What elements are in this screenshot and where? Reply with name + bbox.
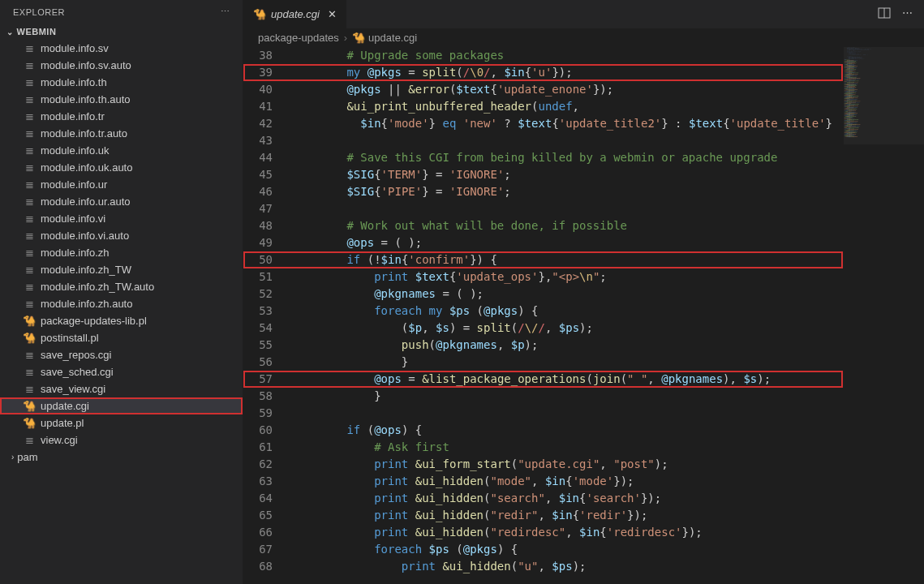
file-item-module-info-th[interactable]: ≣module.info.th [0, 74, 243, 91]
code-line[interactable]: 57 @ops = &list_package_operations(join(… [243, 371, 843, 388]
code-line[interactable]: 60 if (@ops) { [243, 422, 843, 439]
file-item-module-info-ur[interactable]: ≣module.info.ur [0, 176, 243, 193]
file-item-module-info-tr[interactable]: ≣module.info.tr [0, 108, 243, 125]
file-label: module.info.zh_TW [41, 264, 131, 276]
breadcrumb[interactable]: package-updates › 🐪 update.cgi [243, 28, 924, 47]
perl-icon: 🐪 [23, 417, 36, 429]
code-line[interactable]: 65 print &ui_hidden("redir", $in{'redir'… [243, 507, 843, 524]
file-item-module-info-th-auto[interactable]: ≣module.info.th.auto [0, 91, 243, 108]
file-item-module-info-sv-auto[interactable]: ≣module.info.sv.auto [0, 57, 243, 74]
file-item-module-info-tr-auto[interactable]: ≣module.info.tr.auto [0, 125, 243, 142]
code-line[interactable]: 49 @ops = ( ); [243, 234, 843, 251]
more-icon[interactable]: ⋯ [902, 6, 913, 22]
file-item-module-info-vi[interactable]: ≣module.info.vi [0, 210, 243, 227]
split-editor-icon[interactable] [878, 6, 891, 22]
code-line[interactable]: 42 $in{'mode'} eq 'new' ? $text{'update_… [243, 115, 843, 132]
file-item-save_repos-cgi[interactable]: ≣save_repos.cgi [0, 346, 243, 363]
perl-icon: 🐪 [23, 400, 36, 412]
code-editor[interactable]: 38 # Upgrade some packages39 my @pkgs = … [243, 47, 843, 584]
folder-item-pam[interactable]: ›pam [0, 449, 243, 466]
code-line[interactable]: 68 print &ui_hidden("u", $ps); [243, 558, 843, 575]
file-tree[interactable]: ≣module.info.sv≣module.info.sv.auto≣modu… [0, 40, 243, 584]
file-item-module-info-uk-auto[interactable]: ≣module.info.uk.auto [0, 159, 243, 176]
line-number: 59 [243, 405, 292, 422]
code-line[interactable]: 52 @pkgnames = ( ); [243, 286, 843, 303]
code-line[interactable]: 40 @pkgs || &error($text{'update_enone'}… [243, 81, 843, 98]
line-number: 52 [243, 286, 292, 303]
file-label: module.info.ur [41, 178, 107, 191]
file-label: update.cgi [41, 400, 89, 412]
code-line[interactable]: 50 if (!$in{'confirm'}) { [243, 251, 843, 268]
code-content: foreach my $ps (@pkgs) { [292, 303, 843, 320]
text-file-icon: ≣ [23, 59, 36, 71]
code-line[interactable]: 55 push(@pkgnames, $p); [243, 337, 843, 354]
explorer-sidebar: EXPLORER ⋯ ⌄ WEBMIN ≣module.info.sv≣modu… [0, 0, 243, 584]
file-item-module-info-uk[interactable]: ≣module.info.uk [0, 142, 243, 159]
line-number: 40 [243, 81, 292, 98]
file-label: module.info.uk [41, 144, 110, 157]
code-line[interactable]: 46 $SIG{'PIPE'} = 'IGNORE'; [243, 183, 843, 200]
file-item-module-info-vi-auto[interactable]: ≣module.info.vi.auto [0, 227, 243, 244]
file-item-module-info-zh_TW-auto[interactable]: ≣module.info.zh_TW.auto [0, 278, 243, 295]
file-item-update-cgi[interactable]: 🐪update.cgi [0, 397, 243, 414]
code-line[interactable]: 63 print &ui_hidden("mode", $in{'mode'})… [243, 473, 843, 490]
file-item-module-info-zh-auto[interactable]: ≣module.info.zh.auto [0, 295, 243, 312]
workspace-folder[interactable]: ⌄ WEBMIN [0, 24, 243, 40]
code-content: my @pkgs = split(/\0/, $in{'u'}); [292, 64, 843, 81]
breadcrumb-file[interactable]: update.cgi [368, 32, 417, 44]
file-item-save_view-cgi[interactable]: ≣save_view.cgi [0, 380, 243, 397]
code-line[interactable]: 44 # Save this CGI from being killed by … [243, 149, 843, 166]
text-file-icon: ≣ [23, 264, 36, 276]
code-line[interactable]: 56 } [243, 354, 843, 371]
file-item-module-info-zh[interactable]: ≣module.info.zh [0, 244, 243, 261]
file-label: module.info.tr [41, 110, 105, 122]
file-item-view-cgi[interactable]: ≣view.cgi [0, 432, 243, 449]
code-line[interactable]: 38 # Upgrade some packages [243, 47, 843, 64]
file-label: module.info.zh_TW.auto [41, 281, 154, 293]
code-line[interactable]: 62 print &ui_form_start("update.cgi", "p… [243, 456, 843, 473]
file-item-module-info-ur-auto[interactable]: ≣module.info.ur.auto [0, 193, 243, 210]
code-line[interactable]: 39 my @pkgs = split(/\0/, $in{'u'}); [243, 64, 843, 81]
code-content: @pkgs || &error($text{'update_enone'}); [292, 81, 843, 98]
code-line[interactable]: 61 # Ask first [243, 439, 843, 456]
code-line[interactable]: 45 $SIG{'TERM'} = 'IGNORE'; [243, 166, 843, 183]
file-item-module-info-sv[interactable]: ≣module.info.sv [0, 40, 243, 57]
file-label: module.info.vi [41, 213, 105, 225]
text-file-icon: ≣ [23, 383, 36, 395]
code-line[interactable]: 66 print &ui_hidden("redirdesc", $in{'re… [243, 524, 843, 541]
code-content: &ui_print_unbuffered_header(undef, [292, 98, 843, 115]
code-line[interactable]: 48 # Work out what will be done, if poss… [243, 217, 843, 234]
breadcrumb-parent[interactable]: package-updates [258, 32, 339, 44]
code-content: # Ask first [292, 439, 843, 456]
code-line[interactable]: 51 print $text{'update_ops'},"<p>\n"; [243, 268, 843, 286]
close-icon[interactable]: ✕ [328, 8, 337, 20]
editor-main: 🐪 update.cgi ✕ ⋯ package-updates › 🐪 upd… [243, 0, 924, 584]
text-file-icon: ≣ [23, 366, 36, 378]
tab-update-cgi[interactable]: 🐪 update.cgi ✕ [243, 0, 347, 28]
code-content [292, 200, 843, 217]
file-item-update-pl[interactable]: 🐪update.pl [0, 414, 243, 432]
code-content: print &ui_hidden("search", $in{'search'}… [292, 490, 843, 507]
code-line[interactable]: 41 &ui_print_unbuffered_header(undef, [243, 98, 843, 115]
code-line[interactable]: 47 [243, 200, 843, 217]
code-content: # Upgrade some packages [292, 47, 843, 64]
line-number: 38 [243, 47, 292, 64]
folder-label: pam [17, 451, 37, 463]
code-line[interactable]: 58 } [243, 388, 843, 405]
code-line[interactable]: 67 foreach $ps (@pkgs) { [243, 541, 843, 558]
code-line[interactable]: 54 ($p, $s) = split(/\//, $ps); [243, 320, 843, 337]
code-line[interactable]: 59 [243, 405, 843, 422]
perl-icon: 🐪 [352, 32, 365, 44]
file-item-postinstall-pl[interactable]: 🐪postinstall.pl [0, 329, 243, 346]
file-item-package-updates-lib-pl[interactable]: 🐪package-updates-lib.pl [0, 312, 243, 329]
file-label: module.info.uk.auto [41, 161, 132, 174]
explorer-more-icon[interactable]: ⋯ [221, 6, 230, 17]
code-line[interactable]: 43 [243, 132, 843, 149]
minimap[interactable]: # Upgrade some packages my @pkgs = split… [843, 47, 924, 584]
file-item-module-info-zh_TW[interactable]: ≣module.info.zh_TW [0, 261, 243, 278]
text-file-icon: ≣ [23, 178, 36, 191]
file-item-save_sched-cgi[interactable]: ≣save_sched.cgi [0, 363, 243, 380]
code-line[interactable]: 64 print &ui_hidden("search", $in{'searc… [243, 490, 843, 507]
code-line[interactable]: 53 foreach my $ps (@pkgs) { [243, 303, 843, 320]
text-file-icon: ≣ [23, 434, 36, 446]
